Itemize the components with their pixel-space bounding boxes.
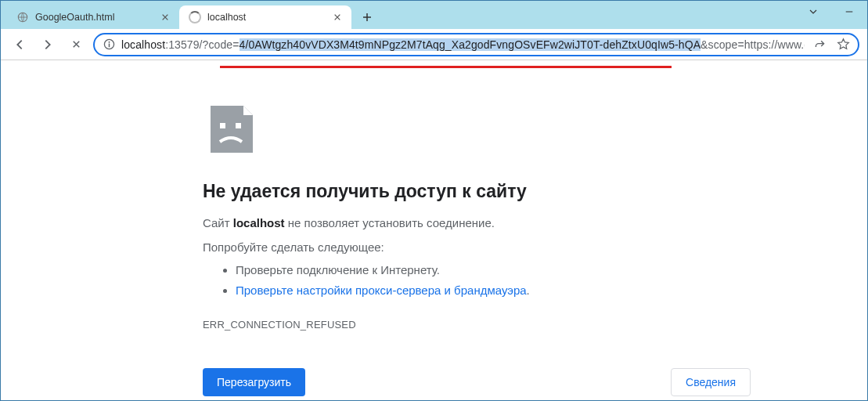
- tab-googleoauth[interactable]: GoogleOauth.html: [7, 5, 179, 29]
- url-path-prefix: :13579/?code=: [165, 38, 239, 51]
- loading-spinner-icon: [189, 11, 201, 23]
- site-info-icon[interactable]: [103, 38, 115, 51]
- action-buttons: Перезагрузить Сведения: [203, 368, 751, 396]
- stop-reload-button[interactable]: [65, 34, 87, 56]
- page-headline: Не удается получить доступ к сайту: [203, 181, 867, 202]
- error-code: ERR_CONNECTION_REFUSED: [203, 319, 867, 331]
- error-page-content: Не удается получить доступ к сайту Сайт …: [1, 60, 867, 396]
- svg-point-2: [108, 42, 110, 43]
- bookmark-star-icon[interactable]: [834, 36, 852, 53]
- tab-title: GoogleOauth.html: [35, 12, 153, 23]
- svg-rect-3: [108, 44, 110, 48]
- url-text: localhost:13579/?code=4/0AWtgzh40vVDX3M4…: [121, 38, 805, 51]
- browser-toolbar: localhost:13579/?code=4/0AWtgzh40vVDX3M4…: [1, 29, 867, 60]
- svg-rect-4: [220, 123, 225, 128]
- proxy-settings-link[interactable]: Проверьте настройки прокси-сервера и бра…: [236, 284, 527, 297]
- share-icon[interactable]: [811, 36, 828, 53]
- close-icon[interactable]: [331, 11, 344, 23]
- address-bar[interactable]: localhost:13579/?code=4/0AWtgzh40vVDX3M4…: [93, 33, 859, 56]
- sad-page-icon: [203, 101, 259, 157]
- tab-localhost[interactable]: localhost: [179, 5, 351, 29]
- url-suffix: &scope=https://www.googl: [701, 38, 805, 51]
- tab-title: localhost: [207, 12, 325, 23]
- caret-down-icon[interactable]: [795, 1, 831, 23]
- try-label: Попробуйте сделать следующее:: [203, 240, 867, 254]
- red-underline-annotation: [220, 66, 672, 68]
- window-title-bar: GoogleOauth.html localhost: [1, 1, 867, 29]
- svg-rect-5: [236, 123, 241, 128]
- window-controls: [795, 1, 867, 23]
- forward-button[interactable]: [37, 34, 59, 56]
- details-button[interactable]: Сведения: [671, 368, 751, 396]
- reload-button[interactable]: Перезагрузить: [203, 368, 305, 396]
- url-highlighted-code: 4/0AWtgzh40vVDX3M4t9mNPgz2M7tAqg_Xa2godF…: [240, 38, 701, 51]
- minimize-icon[interactable]: [831, 1, 867, 23]
- close-icon[interactable]: [159, 11, 171, 23]
- new-tab-button[interactable]: [356, 6, 378, 28]
- suggestion-check-connection: Проверьте подключение к Интернету.: [236, 260, 867, 280]
- globe-icon: [16, 11, 29, 23]
- error-description: Сайт localhost не позволяет установить с…: [203, 216, 867, 229]
- suggestion-check-proxy: Проверьте настройки прокси-сервера и бра…: [236, 280, 867, 301]
- suggestions-list: Проверьте подключение к Интернету. Прове…: [203, 260, 867, 300]
- back-button[interactable]: [9, 34, 31, 56]
- url-host: localhost: [121, 38, 165, 51]
